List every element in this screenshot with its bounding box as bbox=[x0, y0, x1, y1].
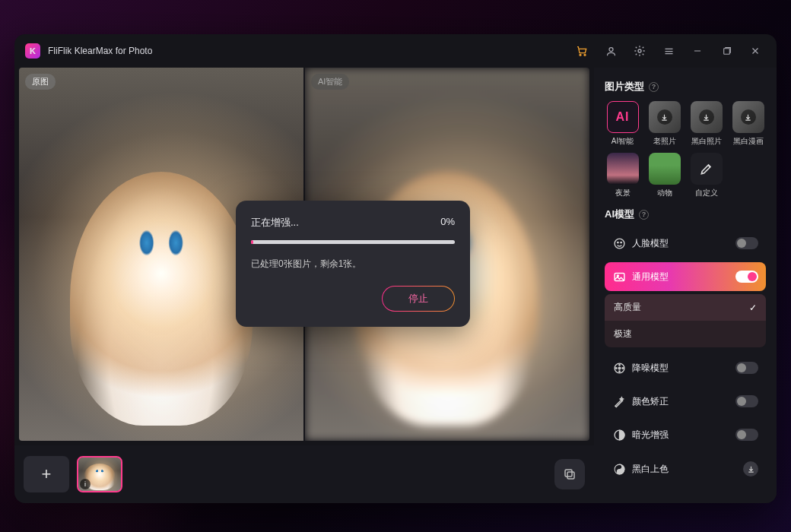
maximize-button[interactable] bbox=[716, 40, 737, 62]
download-icon[interactable] bbox=[743, 461, 758, 477]
option-fast[interactable]: 极速 bbox=[605, 321, 766, 347]
gear-icon[interactable] bbox=[629, 40, 650, 62]
model-general[interactable]: 通用模型 bbox=[605, 262, 766, 291]
svg-point-15 bbox=[618, 371, 619, 372]
svg-point-0 bbox=[580, 54, 581, 55]
modal-percent: 0% bbox=[440, 216, 455, 230]
user-icon[interactable] bbox=[600, 40, 621, 62]
wand-icon bbox=[612, 394, 626, 408]
svg-point-9 bbox=[620, 242, 621, 242]
type-night[interactable]: 夜景 bbox=[605, 153, 640, 198]
type-custom[interactable]: 自定义 bbox=[688, 153, 724, 198]
sidebar: 图片类型 ? AI AI智能 老照片 黑白照片 黑白漫画 bbox=[594, 68, 777, 503]
general-model-options: 高质量 ✓ 极速 bbox=[605, 294, 766, 347]
section-image-type-title: 图片类型 ? bbox=[605, 80, 766, 93]
toggle[interactable] bbox=[735, 362, 758, 374]
modal-title: 正在增强... bbox=[251, 216, 299, 230]
contrast-icon bbox=[612, 428, 626, 442]
stop-button[interactable]: 停止 bbox=[382, 286, 455, 312]
svg-point-1 bbox=[584, 54, 586, 55]
svg-point-16 bbox=[615, 367, 616, 368]
denoise-icon bbox=[612, 361, 626, 375]
model-denoise[interactable]: 降噪模型 bbox=[605, 353, 766, 382]
info-icon: i bbox=[80, 479, 91, 489]
download-icon bbox=[741, 109, 756, 125]
app-title: FliFlik KlearMax for Photo bbox=[48, 46, 152, 56]
help-icon[interactable]: ? bbox=[649, 82, 659, 92]
svg-point-13 bbox=[618, 367, 621, 369]
app-logo: K bbox=[25, 43, 40, 59]
download-icon bbox=[657, 109, 672, 125]
option-high-quality[interactable]: 高质量 ✓ bbox=[605, 294, 766, 321]
modal-status: 已处理0张图片，剩余1张。 bbox=[251, 258, 455, 271]
svg-point-3 bbox=[638, 49, 641, 52]
toggle[interactable] bbox=[735, 429, 758, 441]
svg-rect-5 bbox=[567, 472, 574, 479]
check-icon: ✓ bbox=[749, 302, 757, 313]
menu-icon[interactable] bbox=[658, 40, 679, 62]
progress-bar bbox=[251, 240, 455, 244]
titlebar: K FliFlik KlearMax for Photo bbox=[14, 34, 777, 68]
model-lowlight[interactable]: 暗光增强 bbox=[605, 420, 766, 449]
svg-point-7 bbox=[615, 239, 624, 249]
type-bw-comic[interactable]: 黑白漫画 bbox=[730, 101, 766, 147]
type-bw-photo[interactable]: 黑白照片 bbox=[688, 101, 724, 147]
download-icon bbox=[699, 109, 714, 125]
main-panel: 原图 AI智能 正在增强... 0% 已处理0张图片，剩余1张。 停止 bbox=[14, 68, 594, 503]
thumbnail-selected[interactable]: i bbox=[77, 456, 122, 492]
face-icon bbox=[612, 236, 626, 250]
batch-button[interactable] bbox=[554, 459, 585, 489]
svg-point-8 bbox=[617, 242, 618, 242]
yinyang-icon bbox=[612, 462, 626, 476]
model-bw-color[interactable]: 黑白上色 bbox=[605, 454, 766, 484]
thumbnail-bar: + i bbox=[14, 445, 594, 503]
help-icon[interactable]: ? bbox=[639, 210, 649, 220]
cart-icon[interactable] bbox=[571, 40, 592, 62]
type-old-photo[interactable]: 老照片 bbox=[646, 101, 682, 147]
toggle[interactable] bbox=[735, 237, 758, 249]
progress-modal: 正在增强... 0% 已处理0张图片，剩余1张。 停止 bbox=[236, 201, 470, 327]
section-ai-model-title: AI模型 ? bbox=[605, 207, 766, 221]
type-animal[interactable]: 动物 bbox=[646, 153, 682, 198]
original-badge: 原图 bbox=[25, 74, 56, 90]
svg-rect-6 bbox=[565, 470, 572, 477]
enhanced-badge: AI智能 bbox=[311, 74, 349, 90]
toggle[interactable] bbox=[735, 395, 758, 407]
add-image-button[interactable]: + bbox=[24, 456, 69, 492]
preview-area: 原图 AI智能 正在增强... 0% 已处理0张图片，剩余1张。 停止 bbox=[19, 68, 589, 441]
close-button[interactable] bbox=[745, 40, 766, 62]
svg-point-14 bbox=[618, 364, 619, 365]
app-window: K FliFlik KlearMax for Photo bbox=[14, 34, 777, 503]
svg-rect-4 bbox=[723, 48, 729, 54]
model-color-fix[interactable]: 颜色矫正 bbox=[605, 387, 766, 416]
toggle[interactable] bbox=[735, 271, 758, 283]
minimize-button[interactable] bbox=[687, 40, 708, 62]
type-ai[interactable]: AI AI智能 bbox=[605, 101, 640, 147]
svg-point-17 bbox=[622, 367, 623, 368]
image-icon bbox=[612, 270, 626, 283]
svg-point-2 bbox=[609, 47, 613, 51]
model-face[interactable]: 人脸模型 bbox=[605, 229, 766, 258]
